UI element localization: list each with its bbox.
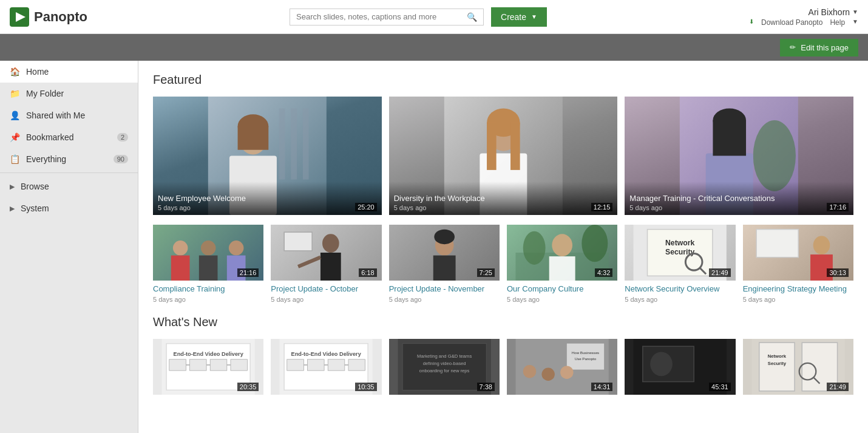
- featured-video-3-date: 5 days ago: [629, 204, 849, 211]
- share-icon: 👤: [10, 111, 20, 120]
- svg-text:Security: Security: [767, 361, 786, 366]
- bookmarked-badge: 2: [117, 133, 128, 141]
- sidebar-everything-label: Everything: [26, 154, 66, 164]
- svg-rect-51: [756, 230, 798, 257]
- small-video-1[interactable]: 21:16 Compliance Training 5 days ago: [153, 225, 263, 303]
- svg-point-37: [434, 230, 455, 245]
- svg-rect-58: [189, 360, 206, 370]
- sidebar-item-shared[interactable]: 👤 Shared with Me: [0, 104, 138, 126]
- user-dropdown-icon[interactable]: ▼: [852, 9, 858, 15]
- svg-rect-59: [210, 360, 227, 370]
- download-panopto-link[interactable]: Download Panopto: [761, 18, 822, 27]
- featured-video-2-duration: 12:15: [591, 203, 613, 211]
- whats-new-video-1-duration: 20:35: [237, 383, 259, 391]
- svg-text:End-to-End Video Delivery: End-to-End Video Delivery: [291, 350, 362, 356]
- create-button[interactable]: Create ▼: [491, 7, 547, 27]
- sidebar-home-label: Home: [26, 67, 49, 77]
- svg-rect-15: [510, 123, 520, 170]
- featured-small-row: 21:16 Compliance Training 5 days ago: [153, 225, 853, 303]
- featured-video-2[interactable]: Diversity in the Workplace 5 days ago 12…: [389, 97, 618, 215]
- svg-text:Network: Network: [665, 239, 695, 247]
- small-video-5[interactable]: Network Security 21:49 Network Security …: [625, 225, 735, 303]
- svg-rect-21: [713, 120, 747, 156]
- logo-text: Panopto: [34, 9, 87, 25]
- svg-text:End-to-End Video Delivery: End-to-End Video Delivery: [174, 350, 244, 356]
- layout: 🏠 Home 📁 My Folder 👤 Shared with Me 📌 Bo…: [0, 61, 868, 433]
- featured-title: Featured: [153, 73, 853, 87]
- sidebar-section-system[interactable]: ▶ System: [0, 197, 138, 219]
- featured-video-1[interactable]: New Employee Welcome 5 days ago 25:20: [153, 97, 382, 215]
- whats-new-video-1[interactable]: End-to-End Video Delivery 20:35: [153, 339, 263, 395]
- sidebar-item-home[interactable]: 🏠 Home: [0, 61, 138, 83]
- small-video-2[interactable]: 6:18 Project Update - October 5 days ago: [271, 225, 381, 303]
- featured-video-2-title: Diversity in the Workplace: [394, 194, 613, 203]
- svg-point-27: [229, 240, 244, 256]
- whats-new-video-5[interactable]: 45:31: [625, 339, 735, 395]
- svg-text:defining video-based: defining video-based: [422, 361, 466, 366]
- help-arrow-icon: ▼: [852, 18, 858, 27]
- whats-new-title: What's New: [153, 315, 853, 329]
- header: Panopto 🔍 Create ▼ Ari Bixhorn ▼ ⬇ Downl…: [0, 0, 868, 34]
- svg-text:Marketing and G&D teams: Marketing and G&D teams: [417, 353, 472, 359]
- logo-area: Panopto: [10, 7, 87, 27]
- sidebar-item-my-folder[interactable]: 📁 My Folder: [0, 83, 138, 104]
- search-container: 🔍: [290, 9, 484, 26]
- svg-rect-57: [169, 360, 186, 370]
- whats-new-video-2[interactable]: End-to-End Video Delivery 10:35: [271, 339, 381, 395]
- help-link[interactable]: Help: [830, 18, 845, 27]
- svg-point-83: [523, 365, 536, 378]
- small-video-1-date: 5 days ago: [153, 296, 263, 303]
- user-name[interactable]: Ari Bixhorn: [809, 7, 850, 17]
- sidebar-item-everything[interactable]: 📋 Everything 90: [0, 148, 138, 170]
- panopto-logo-icon: [10, 7, 29, 27]
- featured-large-row: New Employee Welcome 5 days ago 25:20: [153, 97, 853, 215]
- svg-point-52: [813, 236, 830, 254]
- featured-video-3-overlay: Manager Training - Critical Conversation…: [625, 182, 853, 215]
- sidebar-item-bookmarked[interactable]: 📌 Bookmarked 2: [0, 126, 138, 148]
- svg-point-43: [581, 225, 608, 262]
- search-icon[interactable]: 🔍: [467, 12, 477, 22]
- svg-rect-5: [303, 109, 309, 180]
- small-video-4-date: 5 days ago: [507, 296, 617, 303]
- sidebar-section-browse[interactable]: ▶ Browse: [0, 176, 138, 197]
- whats-new-video-3[interactable]: Marketing and G&D teams defining video-b…: [389, 339, 500, 395]
- download-panopto-icon: ⬇: [749, 18, 754, 27]
- svg-point-84: [541, 367, 554, 380]
- small-video-5-date: 5 days ago: [625, 296, 735, 303]
- featured-video-1-overlay: New Employee Welcome 5 days ago: [153, 182, 382, 215]
- small-video-2-duration: 6:18: [359, 268, 376, 277]
- svg-text:Network: Network: [767, 353, 786, 359]
- svg-point-42: [523, 231, 546, 265]
- whats-new-video-4[interactable]: How Businesses Use Panopto 14:31: [507, 339, 617, 395]
- small-video-3-date: 5 days ago: [389, 296, 500, 303]
- featured-video-3[interactable]: Manager Training - Critical Conversation…: [625, 97, 853, 215]
- svg-rect-70: [348, 360, 365, 370]
- svg-rect-36: [433, 256, 455, 281]
- edit-bar: ✏ Edit this page: [0, 34, 868, 61]
- whats-new-video-2-duration: 10:35: [355, 383, 377, 391]
- small-video-3[interactable]: 7:25 Project Update - November 5 days ag…: [389, 225, 500, 303]
- header-right: Ari Bixhorn ▼ ⬇ Download Panopto Help ▼: [749, 7, 858, 27]
- whats-new-video-6[interactable]: Network Security 21:49: [743, 339, 853, 395]
- whats-new-video-5-duration: 45:31: [709, 383, 731, 391]
- svg-rect-60: [231, 360, 248, 370]
- svg-text:How Businesses: How Businesses: [572, 350, 599, 354]
- sidebar-shared-label: Shared with Me: [26, 111, 85, 120]
- small-video-6[interactable]: 30:13 Engineering Strategy Meeting 5 day…: [743, 225, 853, 303]
- edit-page-button[interactable]: ✏ Edit this page: [780, 39, 858, 56]
- small-video-2-date: 5 days ago: [271, 296, 381, 303]
- search-input[interactable]: [296, 12, 462, 21]
- home-icon: 🏠: [10, 67, 20, 77]
- featured-video-1-date: 5 days ago: [158, 204, 377, 211]
- small-video-4-duration: 4:32: [595, 268, 612, 277]
- small-video-4-title: Our Company Culture: [507, 284, 617, 295]
- everything-badge: 90: [114, 155, 128, 163]
- sidebar-browse-label: Browse: [21, 182, 49, 191]
- svg-point-25: [201, 240, 216, 256]
- svg-rect-67: [287, 360, 304, 370]
- svg-rect-26: [199, 256, 218, 281]
- svg-rect-9: [238, 126, 269, 150]
- system-expand-icon: ▶: [10, 205, 15, 213]
- svg-point-30: [322, 234, 339, 253]
- small-video-4[interactable]: 4:32 Our Company Culture 5 days ago: [507, 225, 617, 303]
